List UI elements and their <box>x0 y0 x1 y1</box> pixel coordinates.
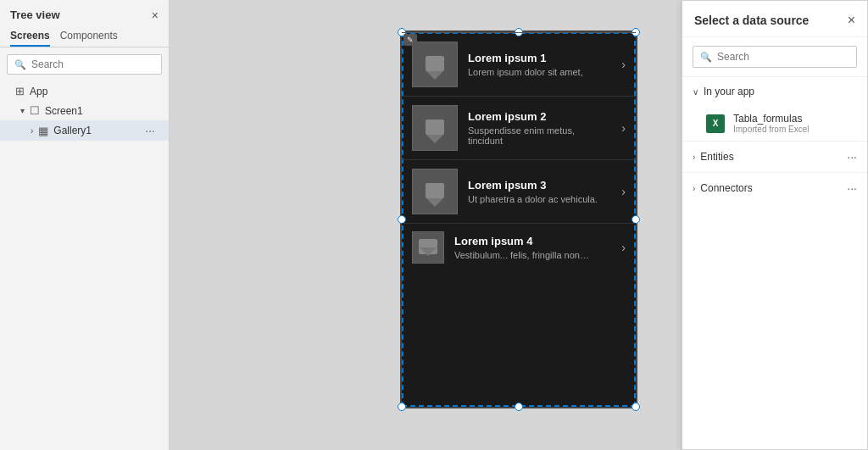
tree-item-gallery1-label: Gallery1 <box>53 125 92 136</box>
gallery-item-3[interactable]: Lorem ipsum 3 Ut pharetra a dolor ac veh… <box>402 160 636 224</box>
gallery-mockup[interactable]: ✎ Lorem ipsum 1 Lorem ipsum dolor sit am… <box>400 31 637 408</box>
tree-item-gallery1[interactable]: › ▦ Gallery1 ··· <box>0 120 169 141</box>
gallery-list: Lorem ipsum 1 Lorem ipsum dolor sit amet… <box>402 32 636 271</box>
gallery-text-3: Lorem ipsum 3 Ut pharetra a dolor ac veh… <box>468 179 611 204</box>
search-icon: 🔍 <box>14 59 26 70</box>
gallery-title-4: Lorem ipsum 4 <box>454 235 611 247</box>
gallery-subtitle-2: Suspendisse enim metus, tincidunt <box>468 125 611 146</box>
datasource-text: Tabla_formulas Imported from Excel <box>733 113 809 134</box>
handle-bottom-right[interactable] <box>632 403 640 411</box>
gallery-title-3: Lorem ipsum 3 <box>468 179 611 192</box>
screen1-chevron-icon: ▾ <box>20 106 25 115</box>
gallery1-chevron-icon: › <box>31 126 33 136</box>
tree-item-app-label: App <box>30 86 47 97</box>
panel-section-entities: › Entities ··· <box>682 141 867 172</box>
tab-screens[interactable]: Screens <box>10 26 50 47</box>
datasource-tabla-formulas[interactable]: X Tabla_formulas Imported from Excel <box>682 106 867 141</box>
entities-label: Entities <box>700 151 733 163</box>
gallery1-left: › ▦ Gallery1 <box>31 125 92 137</box>
gallery-image-4 <box>412 231 444 264</box>
datasource-name: Tabla_formulas <box>733 113 809 125</box>
sidebar-tabs: Screens Components <box>0 26 169 47</box>
panel-section-in-your-app: ∨ In your app X Tabla_formulas Imported … <box>682 76 867 141</box>
panel-close-icon[interactable]: × <box>848 13 855 28</box>
gallery-chevron-1: › <box>621 58 626 71</box>
gallery-item-2[interactable]: Lorem ipsum 2 Suspendisse enim metus, ti… <box>402 97 636 160</box>
gallery1-icon: ▦ <box>38 125 48 137</box>
entities-ellipsis-button[interactable]: ··· <box>847 150 857 164</box>
handle-bottom-left[interactable] <box>398 403 406 411</box>
gallery-chevron-2: › <box>621 121 626 135</box>
app-icon: ⊞ <box>15 85 25 97</box>
data-source-panel: Select a data source × 🔍 ∨ In your app X… <box>682 0 868 450</box>
tree-item-app[interactable]: ⊞ App <box>0 81 169 101</box>
panel-search-icon: 🔍 <box>700 52 712 63</box>
gallery-container: ✎ Lorem ipsum 1 Lorem ipsum dolor sit am… <box>400 22 637 408</box>
sidebar-search-box: 🔍 <box>7 54 162 75</box>
panel-section-entities-header[interactable]: › Entities ··· <box>682 142 867 172</box>
gallery-item-1[interactable]: Lorem ipsum 1 Lorem ipsum dolor sit amet… <box>402 32 636 97</box>
panel-section-left: ∨ In your app <box>693 86 754 97</box>
panel-section-in-your-app-header[interactable]: ∨ In your app <box>682 77 867 106</box>
sidebar-title: Tree view <box>10 8 60 21</box>
gallery-subtitle-3: Ut pharetra a dolor ac vehicula. <box>468 194 611 204</box>
gallery-title-1: Lorem ipsum 1 <box>468 52 611 64</box>
gallery-chevron-4: › <box>621 241 626 254</box>
gallery-subtitle-4: Vestibulum... felis, fringilla non mi <box>454 250 590 260</box>
panel-search-box: 🔍 <box>693 46 857 68</box>
connectors-label: Connectors <box>700 182 752 194</box>
sidebar-header: Tree view × <box>0 0 169 26</box>
gallery-image-3 <box>412 169 458 214</box>
gallery-text-1: Lorem ipsum 1 Lorem ipsum dolor sit amet… <box>468 52 611 77</box>
connectors-section-left: › Connectors <box>693 182 753 194</box>
connectors-chevron-icon: › <box>693 184 695 193</box>
connectors-ellipsis-button[interactable]: ··· <box>847 181 857 195</box>
sidebar: Tree view × Screens Components 🔍 ⊞ App ▾… <box>0 0 170 450</box>
panel-section-connectors: › Connectors ··· <box>682 172 867 203</box>
datasource-sub: Imported from Excel <box>733 125 809 134</box>
gallery-text-2: Lorem ipsum 2 Suspendisse enim metus, ti… <box>468 110 611 146</box>
gallery-black-area <box>402 271 636 407</box>
excel-icon: X <box>706 114 725 133</box>
gallery-text-4: Lorem ipsum 4 Vestibulum... felis, fring… <box>454 235 611 260</box>
panel-search-input[interactable] <box>717 51 849 63</box>
panel-section-connectors-header[interactable]: › Connectors ··· <box>682 173 867 203</box>
sidebar-close-icon[interactable]: × <box>152 9 159 21</box>
screen1-icon: ☐ <box>30 104 40 117</box>
gallery1-ellipsis-button[interactable]: ··· <box>142 124 159 137</box>
gallery-edit-icon: ✎ <box>403 34 417 46</box>
gallery-title-2: Lorem ipsum 2 <box>468 110 611 123</box>
gallery-image-1 <box>412 42 458 87</box>
panel-header: Select a data source × <box>682 1 867 37</box>
gallery-item-4[interactable]: Lorem ipsum 4 Vestibulum... felis, fring… <box>402 224 636 271</box>
handle-bottom-center[interactable] <box>515 403 523 411</box>
in-your-app-label: In your app <box>704 86 754 97</box>
sidebar-search-input[interactable] <box>31 58 154 70</box>
entities-chevron-icon: › <box>693 153 695 162</box>
gallery-subtitle-1: Lorem ipsum dolor sit amet, <box>468 67 611 77</box>
main-canvas: ✎ Lorem ipsum 1 Lorem ipsum dolor sit am… <box>170 0 868 450</box>
gallery-chevron-3: › <box>621 185 626 198</box>
entities-section-left: › Entities <box>693 151 734 163</box>
gallery1-row: › ▦ Gallery1 ··· <box>31 124 159 137</box>
in-your-app-chevron-icon: ∨ <box>693 87 698 97</box>
gallery-image-2 <box>412 105 458 151</box>
tree-item-screen1[interactable]: ▾ ☐ Screen1 <box>0 101 169 120</box>
tab-components[interactable]: Components <box>60 26 118 47</box>
tree-item-screen1-label: Screen1 <box>45 105 83 117</box>
panel-title: Select a data source <box>694 14 809 27</box>
